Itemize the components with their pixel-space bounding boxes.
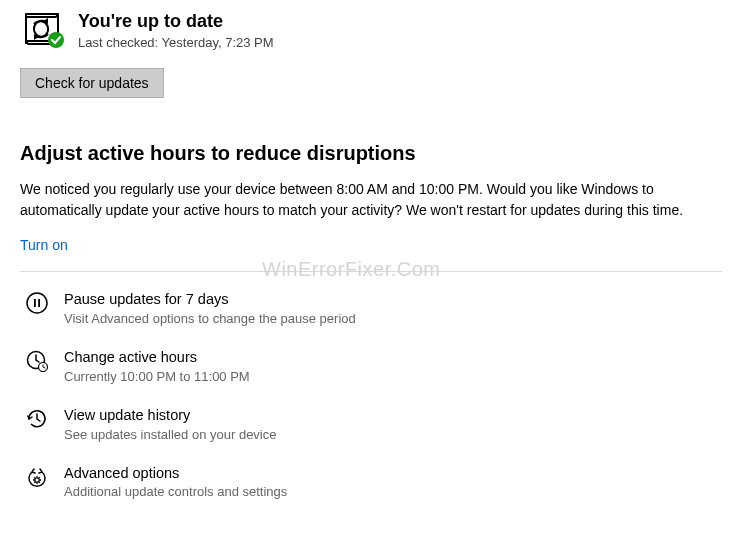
svg-rect-3 bbox=[38, 299, 40, 307]
view-history-option[interactable]: View update history See updates installe… bbox=[20, 406, 722, 442]
change-hours-sub: Currently 10:00 PM to 11:00 PM bbox=[64, 369, 250, 384]
svg-point-1 bbox=[27, 293, 47, 313]
svg-point-0 bbox=[48, 32, 64, 48]
status-title: You're up to date bbox=[78, 10, 274, 33]
clock-icon bbox=[26, 350, 48, 372]
history-title: View update history bbox=[64, 406, 276, 425]
svg-point-6 bbox=[35, 477, 39, 481]
update-status-header: You're up to date Last checked: Yesterda… bbox=[20, 10, 722, 50]
active-hours-section: Adjust active hours to reduce disruption… bbox=[20, 142, 722, 499]
pause-updates-option[interactable]: Pause updates for 7 days Visit Advanced … bbox=[20, 290, 722, 326]
advanced-sub: Additional update controls and settings bbox=[64, 484, 287, 499]
advanced-title: Advanced options bbox=[64, 464, 287, 483]
pause-title: Pause updates for 7 days bbox=[64, 290, 356, 309]
check-updates-button[interactable]: Check for updates bbox=[20, 68, 164, 98]
advanced-options-option[interactable]: Advanced options Additional update contr… bbox=[20, 464, 722, 500]
history-icon bbox=[26, 408, 48, 430]
active-hours-title: Adjust active hours to reduce disruption… bbox=[20, 142, 722, 165]
svg-rect-2 bbox=[34, 299, 36, 307]
pause-sub: Visit Advanced options to change the pau… bbox=[64, 311, 356, 326]
advanced-icon bbox=[26, 466, 48, 488]
change-hours-title: Change active hours bbox=[64, 348, 250, 367]
divider bbox=[20, 271, 722, 272]
change-active-hours-option[interactable]: Change active hours Currently 10:00 PM t… bbox=[20, 348, 722, 384]
turn-on-link[interactable]: Turn on bbox=[20, 237, 68, 253]
pause-icon bbox=[26, 292, 48, 314]
active-hours-body: We noticed you regularly use your device… bbox=[20, 179, 722, 220]
update-success-icon bbox=[20, 10, 64, 48]
last-checked-text: Last checked: Yesterday, 7:23 PM bbox=[78, 35, 274, 50]
history-sub: See updates installed on your device bbox=[64, 427, 276, 442]
